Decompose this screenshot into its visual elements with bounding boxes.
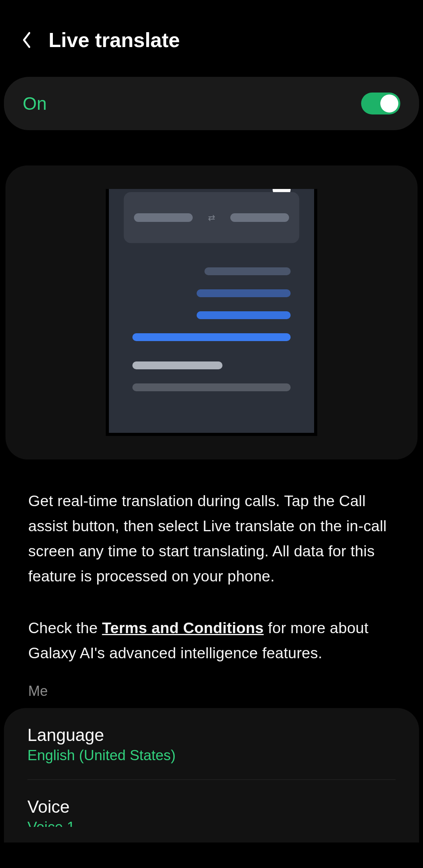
- setting-row-voice[interactable]: Voice Voice 1: [27, 780, 396, 843]
- setting-row-language[interactable]: Language English (United States): [27, 708, 396, 780]
- toggle-switch[interactable]: [361, 93, 400, 114]
- setting-title-voice: Voice: [27, 797, 396, 817]
- terms-and-conditions-link[interactable]: Terms and Conditions: [102, 619, 264, 636]
- master-toggle-card[interactable]: On: [4, 77, 419, 130]
- preview-illustration: ⇄: [106, 189, 317, 436]
- toggle-thumb: [380, 94, 398, 113]
- desc-text-before: Check the: [28, 619, 102, 636]
- page-title: Live translate: [49, 28, 180, 52]
- back-icon[interactable]: [20, 33, 34, 47]
- description-block: Get real-time translation during calls. …: [28, 488, 395, 666]
- preview-card: ⇄: [5, 165, 418, 459]
- section-header-me: Me: [28, 683, 395, 699]
- setting-value-language: English (United States): [27, 747, 396, 764]
- swap-icon: ⇄: [207, 213, 216, 222]
- description-paragraph-2: Check the Terms and Conditions for more …: [28, 616, 395, 666]
- settings-card-me: Language English (United States) Voice V…: [4, 708, 419, 843]
- setting-title-language: Language: [27, 725, 396, 745]
- description-paragraph-1: Get real-time translation during calls. …: [28, 488, 395, 589]
- header: Live translate: [0, 0, 423, 69]
- toggle-state-label: On: [23, 93, 47, 114]
- setting-value-voice: Voice 1: [27, 819, 396, 827]
